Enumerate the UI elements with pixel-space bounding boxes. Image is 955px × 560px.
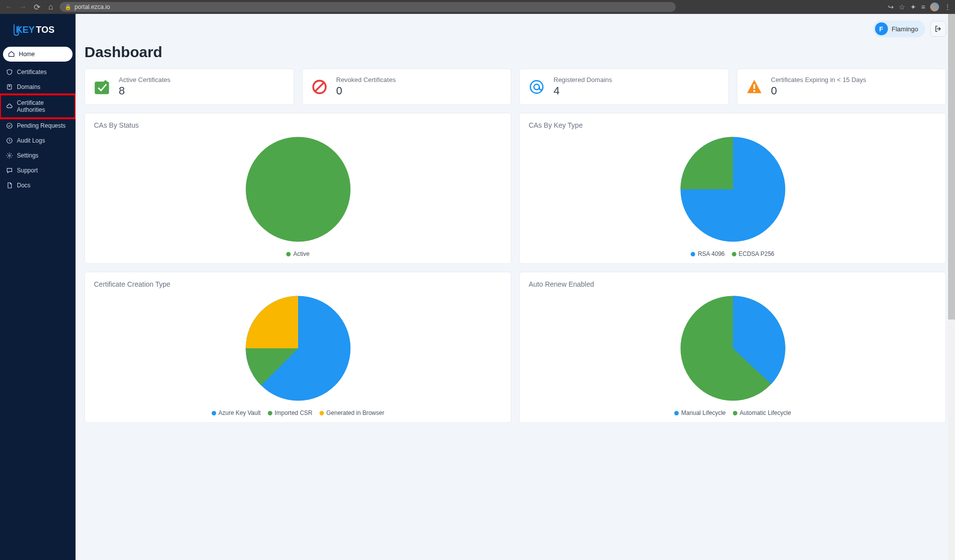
stat-value: 8 — [119, 84, 170, 97]
sidebar-item-label: Domains — [17, 83, 40, 90]
legend-item[interactable]: Manual Lifecycle — [674, 409, 725, 416]
main-content: F Flamingo Dashboard Active Certificates… — [76, 14, 955, 560]
svg-point-6 — [8, 155, 10, 157]
sidebar-item-label: Certificate Authorities — [17, 99, 70, 113]
cloud-icon — [6, 103, 13, 110]
url-bar[interactable]: 🔒 portal.ezca.io — [60, 2, 676, 12]
stat-revoked-certificates: Revoked Certificates 0 — [302, 69, 512, 105]
user-menu[interactable]: F Flamingo — [873, 20, 925, 37]
extensions-icon[interactable]: ✦ — [910, 3, 916, 11]
sidebar: KEY TOS Home Certificates Domains Certif… — [0, 14, 76, 560]
share-icon[interactable]: ↪ — [888, 3, 894, 11]
svg-text:KEY: KEY — [16, 24, 35, 35]
stat-label: Certificates Expiring in < 15 Days — [771, 76, 867, 83]
reading-list-icon[interactable]: ≡ — [921, 3, 925, 11]
sidebar-item-label: Pending Requests — [17, 122, 66, 129]
legend-item[interactable]: Azure Key Vault — [212, 409, 261, 416]
at-icon — [528, 78, 546, 96]
warning-icon — [745, 78, 763, 96]
user-name: Flamingo — [892, 25, 918, 33]
svg-point-11 — [530, 80, 543, 93]
legend-item[interactable]: RSA 4096 — [691, 250, 724, 257]
logout-icon — [934, 25, 942, 33]
topbar: F Flamingo — [76, 14, 955, 44]
stat-row: Active Certificates 8 Revoked Certificat… — [84, 69, 946, 105]
stat-value: 0 — [771, 84, 867, 97]
check-circle-icon — [6, 122, 13, 129]
doc-icon — [6, 182, 13, 189]
sidebar-item-docs[interactable]: Docs — [0, 178, 76, 193]
sidebar-item-pending-requests[interactable]: Pending Requests — [0, 118, 76, 133]
sidebar-item-home[interactable]: Home — [3, 47, 73, 62]
home-button-browser[interactable]: ⌂ — [46, 2, 56, 11]
chart-cas-by-status: CAs By Status Active — [84, 113, 511, 264]
sidebar-item-certificate-authorities[interactable]: Certificate Authorities — [0, 94, 76, 118]
browser-actions: ↪ ☆ ✦ ≡ ⋮ — [888, 2, 951, 11]
svg-rect-13 — [753, 84, 755, 88]
svg-rect-7 — [95, 81, 109, 94]
legend: Manual Lifecycle Automatic Lifecycle — [529, 409, 937, 416]
reload-button[interactable]: ⟳ — [32, 2, 42, 12]
logout-button[interactable] — [930, 21, 946, 37]
profile-avatar-icon[interactable] — [930, 2, 939, 11]
domain-icon — [6, 83, 13, 90]
svg-rect-14 — [753, 90, 755, 92]
chat-icon — [6, 167, 13, 174]
svg-point-3 — [9, 85, 10, 86]
kebab-menu-icon[interactable]: ⋮ — [944, 3, 951, 11]
stat-label: Revoked Certificates — [336, 76, 396, 83]
scrollbar[interactable] — [948, 14, 955, 560]
gear-icon — [6, 152, 13, 159]
svg-point-8 — [104, 80, 107, 82]
legend-item[interactable]: Active — [286, 250, 310, 257]
legend-item[interactable]: Imported CSR — [268, 409, 313, 416]
stat-expiring-certificates: Certificates Expiring in < 15 Days 0 — [737, 69, 947, 105]
chart-auto-renew: Auto Renew Enabled Manual Lifecycle Auto… — [519, 272, 946, 423]
home-icon — [8, 51, 15, 58]
sidebar-item-domains[interactable]: Domains — [0, 80, 76, 94]
forward-button[interactable]: → — [18, 2, 28, 11]
chart-title: Auto Renew Enabled — [529, 280, 937, 288]
legend-item[interactable]: Generated in Browser — [319, 409, 385, 416]
svg-text:TOS: TOS — [36, 24, 54, 35]
pie-chart-creation — [242, 292, 354, 404]
sidebar-item-label: Home — [19, 51, 35, 58]
sidebar-item-support[interactable]: Support — [0, 163, 76, 178]
page-title: Dashboard — [84, 44, 946, 61]
stat-value: 4 — [554, 84, 612, 97]
chart-cas-by-key-type: CAs By Key Type RSA 4096 ECDSA P256 — [519, 113, 946, 264]
stat-active-certificates: Active Certificates 8 — [84, 69, 294, 105]
sidebar-item-label: Docs — [17, 182, 30, 189]
check-badge-icon — [93, 78, 111, 96]
chart-title: CAs By Status — [94, 121, 502, 129]
pie-chart-keytype — [677, 133, 789, 245]
legend: RSA 4096 ECDSA P256 — [529, 250, 937, 257]
logo[interactable]: KEY TOS — [0, 20, 76, 46]
sidebar-item-settings[interactable]: Settings — [0, 148, 76, 163]
chart-certificate-creation-type: Certificate Creation Type Azure Key Vaul… — [84, 272, 511, 423]
legend: Active — [94, 250, 502, 257]
stat-label: Registered Domains — [554, 76, 612, 83]
sidebar-item-label: Audit Logs — [17, 137, 45, 144]
legend-item[interactable]: ECDSA P256 — [732, 250, 775, 257]
star-icon[interactable]: ☆ — [899, 3, 905, 11]
legend-item[interactable]: Automatic Lifecycle — [733, 409, 791, 416]
back-button[interactable]: ← — [4, 2, 14, 11]
chart-title: Certificate Creation Type — [94, 280, 502, 288]
pie-chart-autorenew — [677, 292, 789, 404]
log-icon — [6, 137, 13, 144]
stat-registered-domains: Registered Domains 4 — [519, 69, 729, 105]
pie-chart-status — [242, 133, 354, 245]
svg-point-4 — [7, 123, 12, 129]
user-avatar: F — [875, 22, 888, 35]
chart-title: CAs By Key Type — [529, 121, 937, 129]
stat-label: Active Certificates — [119, 76, 170, 83]
sidebar-item-audit-logs[interactable]: Audit Logs — [0, 133, 76, 148]
legend: Azure Key Vault Imported CSR Generated i… — [94, 409, 502, 416]
stat-value: 0 — [336, 84, 396, 97]
scrollbar-thumb[interactable] — [948, 14, 955, 320]
sidebar-item-label: Settings — [17, 152, 38, 159]
svg-point-15 — [245, 137, 350, 242]
browser-toolbar: ← → ⟳ ⌂ 🔒 portal.ezca.io ↪ ☆ ✦ ≡ ⋮ — [0, 0, 955, 14]
sidebar-item-certificates[interactable]: Certificates — [0, 65, 76, 80]
